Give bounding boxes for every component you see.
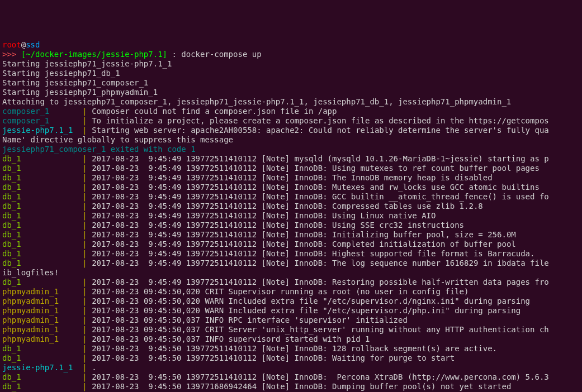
terminal-line: jessiephp71_composer_1 exited with code … [2, 145, 580, 154]
pipe-separator: | [82, 211, 87, 220]
terminal-line: jessie-php7.1_1 | . [2, 363, 580, 372]
terminal-line: db_1 | 2017-08-23 9:45:49 13977251141011… [2, 259, 580, 268]
service-name: db_1 [2, 192, 82, 201]
service-name: db_1 [2, 211, 82, 220]
terminal-line: db_1 | 2017-08-23 9:45:50 13977251141011… [2, 372, 580, 382]
service-name: db_1 [2, 202, 82, 211]
pipe-separator: | [82, 126, 87, 135]
terminal-line: phpmyadmin_1 | 2017-08-23 09:45:50,037 I… [2, 315, 580, 325]
pipe-separator: | [82, 202, 87, 211]
service-name: phpmyadmin_1 [2, 334, 82, 343]
terminal-line: db_1 | 2017-08-23 9:45:50 13977168694246… [2, 382, 580, 391]
pipe-separator: | [82, 363, 87, 372]
log-message: 2017-08-23 9:45:49 139772511410112 [Note… [92, 249, 534, 258]
log-message: Starting web server: apache2AH00558: apa… [92, 126, 549, 135]
service-name: db_1 [2, 278, 82, 286]
terminal-line: phpmyadmin_1 | 2017-08-23 09:45:50,020 W… [2, 306, 580, 315]
terminal-line: Starting jessiephp71_composer_1 [2, 78, 580, 88]
terminal-line: composer_1 | To initialize a project, pl… [2, 116, 580, 126]
log-message: 2017-08-23 9:45:49 139772511410112 [Note… [92, 240, 516, 248]
log-message: To initialize a project, please create a… [92, 116, 549, 125]
service-name: db_1 [2, 344, 82, 353]
pipe-separator: | [82, 240, 87, 248]
prompt-host: ssd [26, 40, 40, 49]
log-message: 2017-08-23 9:45:50 139772511410112 [Note… [92, 372, 549, 381]
log-message: 2017-08-23 9:45:50 139772511410112 [Note… [92, 353, 455, 362]
pipe-separator: | [82, 116, 87, 125]
terminal-line: Starting jessiephp71_jessie-php7.1_1 [2, 59, 580, 69]
log-message: 2017-08-23 09:45:50,037 INFO supervisord… [92, 334, 370, 343]
exit-status-line: jessiephp71_composer_1 exited with code … [2, 145, 196, 154]
terminal-line: >>> [~/docker-images/jessie-php7.1] : do… [2, 50, 580, 59]
startup-line: Starting jessiephp71_jessie-php7.1_1 [2, 59, 172, 68]
service-name: db_1 [2, 230, 82, 239]
log-message: 2017-08-23 9:45:49 139772511410112 [Note… [92, 202, 483, 211]
log-message: 2017-08-23 9:45:49 139772511410112 [Note… [92, 259, 549, 267]
service-name: db_1 [2, 382, 82, 391]
terminal-line: phpmyadmin_1 | 2017-08-23 09:45:50,037 I… [2, 334, 580, 344]
service-name: phpmyadmin_1 [2, 287, 82, 296]
log-message: 2017-08-23 9:45:50 139771686942464 [Note… [92, 382, 511, 391]
service-name: db_1 [2, 240, 82, 248]
terminal-line: phpmyadmin_1 | 2017-08-23 09:45:50,037 C… [2, 325, 580, 334]
command-input[interactable]: docker-compose up [181, 50, 261, 59]
terminal-line: composer_1 | Composer could not find a c… [2, 107, 580, 116]
service-name: composer_1 [2, 107, 82, 116]
log-continuation: Name' directive globally to suppress thi… [2, 135, 233, 144]
terminal-line: db_1 | 2017-08-23 9:45:49 13977251141011… [2, 202, 580, 211]
log-message: 2017-08-23 9:45:49 139772511410112 [Note… [92, 230, 516, 239]
pipe-separator: | [82, 325, 87, 334]
service-name: phpmyadmin_1 [2, 315, 82, 324]
log-message: Composer could not find a composer.json … [92, 107, 337, 116]
pipe-separator: | [82, 259, 87, 267]
log-message: 2017-08-23 09:45:50,020 CRIT Supervisor … [92, 287, 469, 296]
service-name: db_1 [2, 259, 82, 267]
log-message: 2017-08-23 9:45:49 139772511410112 [Note… [92, 278, 549, 286]
terminal-line: db_1 | 2017-08-23 9:45:49 13977251141011… [2, 249, 580, 259]
log-message: 2017-08-23 9:45:49 139772511410112 [Note… [92, 154, 549, 163]
log-continuation: ib_logfiles! [2, 268, 59, 277]
pipe-separator: | [82, 173, 87, 182]
pipe-separator: | [82, 382, 87, 391]
terminal-line: db_1 | 2017-08-23 9:45:49 13977251141011… [2, 211, 580, 221]
terminal-line: Attaching to jessiephp71_composer_1, jes… [2, 97, 580, 107]
startup-line: Starting jessiephp71_composer_1 [2, 78, 148, 87]
log-message: 2017-08-23 9:45:49 139772511410112 [Note… [92, 192, 549, 201]
pipe-separator: | [82, 306, 87, 315]
service-name: db_1 [2, 372, 82, 381]
terminal-line: ib_logfiles! [2, 268, 580, 278]
service-name: db_1 [2, 221, 82, 230]
log-message: 2017-08-23 09:45:50,020 WARN Included ex… [92, 297, 530, 305]
pipe-separator: | [82, 372, 87, 381]
terminal-line: db_1 | 2017-08-23 9:45:49 13977251141011… [2, 154, 580, 164]
service-name: composer_1 [2, 116, 82, 125]
log-message: 2017-08-23 09:45:50,037 INFO RPC interfa… [92, 315, 408, 324]
pipe-separator: | [82, 353, 87, 362]
log-message: 2017-08-23 9:45:49 139772511410112 [Note… [92, 164, 540, 173]
terminal-line: db_1 | 2017-08-23 9:45:49 13977251141011… [2, 173, 580, 183]
prompt-user: root [2, 40, 21, 49]
terminal-line: db_1 | 2017-08-23 9:45:49 13977251141011… [2, 164, 580, 173]
pipe-separator: | [82, 344, 87, 353]
pipe-separator: | [82, 287, 87, 296]
log-message: 2017-08-23 9:45:49 139772511410112 [Note… [92, 173, 492, 182]
log-message: 2017-08-23 9:45:49 139772511410112 [Note… [92, 221, 464, 230]
pipe-separator: | [82, 297, 87, 305]
service-name: phpmyadmin_1 [2, 306, 82, 315]
pipe-separator: | [82, 154, 87, 163]
pipe-separator: | [82, 192, 87, 201]
terminal-line: phpmyadmin_1 | 2017-08-23 09:45:50,020 W… [2, 297, 580, 306]
terminal-output[interactable]: root@ssd >>> [~/docker-images/jessie-php… [2, 40, 580, 392]
startup-line: Starting jessiephp71_db_1 [2, 69, 120, 78]
pipe-separator: | [82, 315, 87, 324]
pipe-separator: | [82, 164, 87, 173]
terminal-line: db_1 | 2017-08-23 9:45:49 13977251141011… [2, 278, 580, 287]
log-message: 2017-08-23 9:45:49 139772511410112 [Note… [92, 183, 540, 192]
service-name: db_1 [2, 164, 82, 173]
startup-line: Attaching to jessiephp71_composer_1, jes… [2, 97, 511, 106]
pipe-separator: | [82, 249, 87, 258]
log-message: 2017-08-23 09:45:50,020 WARN Included ex… [92, 306, 521, 315]
pipe-separator: | [82, 278, 87, 286]
service-name: phpmyadmin_1 [2, 325, 82, 334]
pipe-separator: | [82, 221, 87, 230]
